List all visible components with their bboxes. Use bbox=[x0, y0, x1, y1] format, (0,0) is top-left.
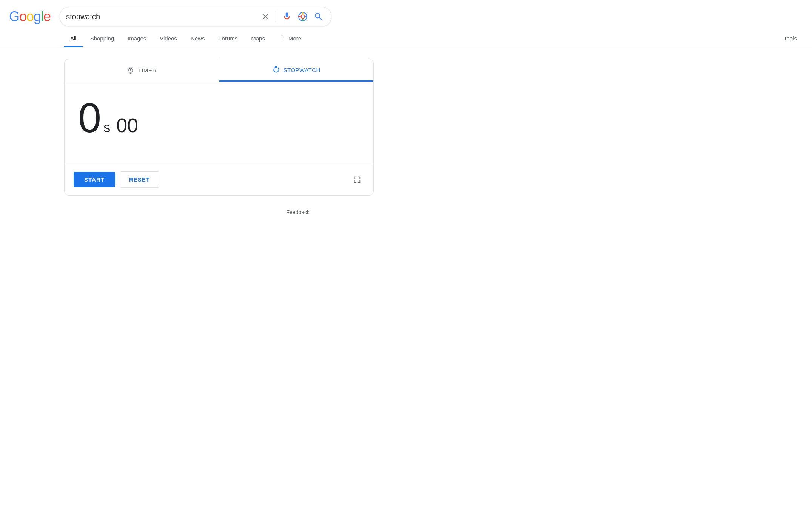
tab-all[interactable]: All bbox=[64, 31, 83, 47]
stopwatch-display: 0 s 00 bbox=[65, 82, 373, 165]
search-divider bbox=[276, 11, 276, 22]
tab-forums[interactable]: Forums bbox=[212, 31, 243, 47]
search-bar: stopwatch bbox=[60, 7, 331, 26]
tab-videos[interactable]: Videos bbox=[154, 31, 183, 47]
time-display: 0 s 00 bbox=[78, 97, 138, 139]
tab-tools[interactable]: Tools bbox=[778, 31, 803, 47]
more-dots-icon: ⋮ bbox=[279, 34, 286, 42]
seconds-display: 0 bbox=[78, 97, 101, 139]
widget-tabs: TIMER STOPWATCH bbox=[65, 59, 373, 82]
stopwatch-tab[interactable]: STOPWATCH bbox=[219, 59, 374, 82]
main-content: TIMER STOPWATCH 0 s 00 START bbox=[0, 48, 812, 206]
lens-icon bbox=[298, 12, 308, 22]
clear-button[interactable] bbox=[260, 11, 271, 22]
logo-l: l bbox=[41, 9, 43, 25]
stopwatch-icon bbox=[272, 66, 280, 74]
tab-images[interactable]: Images bbox=[122, 31, 152, 47]
search-nav: All Shopping Images Videos News Forums M… bbox=[0, 29, 812, 48]
logo-o2: o bbox=[26, 9, 34, 25]
stopwatch-controls: START RESET bbox=[65, 165, 373, 195]
expand-icon bbox=[353, 176, 361, 184]
timer-icon bbox=[127, 67, 134, 74]
tab-shopping[interactable]: Shopping bbox=[84, 31, 120, 47]
microphone-icon bbox=[282, 12, 292, 22]
logo-g: G bbox=[9, 9, 19, 25]
svg-point-1 bbox=[301, 15, 305, 19]
header: Google stopwatch bbox=[0, 0, 812, 26]
search-input[interactable]: stopwatch bbox=[66, 12, 257, 21]
reset-button[interactable]: RESET bbox=[120, 171, 159, 188]
logo-e: e bbox=[43, 9, 51, 25]
seconds-label: s bbox=[103, 120, 110, 136]
search-icon bbox=[314, 12, 324, 22]
stopwatch-widget: TIMER STOPWATCH 0 s 00 START bbox=[64, 59, 374, 196]
feedback-row: Feedback bbox=[0, 206, 374, 215]
logo-g2: g bbox=[34, 9, 41, 25]
tab-news[interactable]: News bbox=[185, 31, 211, 47]
start-button[interactable]: START bbox=[74, 172, 115, 187]
feedback-link[interactable]: Feedback bbox=[287, 209, 310, 215]
expand-button[interactable] bbox=[350, 173, 364, 187]
tab-more[interactable]: ⋮ More bbox=[273, 29, 307, 48]
centiseconds-display: 00 bbox=[116, 114, 138, 137]
lens-search-button[interactable] bbox=[296, 10, 309, 23]
tab-maps[interactable]: Maps bbox=[245, 31, 271, 47]
clear-icon bbox=[261, 12, 270, 21]
voice-search-button[interactable] bbox=[280, 10, 293, 23]
search-button[interactable] bbox=[312, 10, 325, 23]
timer-tab[interactable]: TIMER bbox=[65, 59, 219, 82]
logo-o1: o bbox=[19, 9, 26, 25]
google-logo: Google bbox=[9, 9, 51, 25]
